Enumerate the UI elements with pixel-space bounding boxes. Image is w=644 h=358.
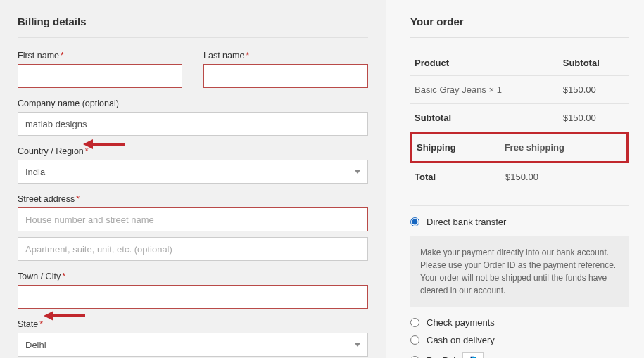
table-row: Subtotal $150.00 bbox=[410, 104, 629, 132]
order-table: Product Subtotal Basic Gray Jeans × 1 $1… bbox=[410, 51, 629, 132]
required-marker: * bbox=[246, 51, 249, 60]
state-select[interactable]: Delhi bbox=[18, 333, 368, 357]
last-name-label: Last name* bbox=[203, 51, 368, 60]
shipping-value: Free shipping bbox=[500, 134, 626, 161]
required-marker: * bbox=[85, 146, 89, 156]
payment-radio-cod[interactable] bbox=[410, 335, 419, 345]
product-header: Product bbox=[410, 51, 559, 76]
country-value: India bbox=[25, 167, 45, 177]
paypal-logo-icon bbox=[462, 352, 484, 358]
first-name-label: First name* bbox=[18, 51, 182, 60]
state-label: State* bbox=[18, 319, 368, 329]
state-value: Delhi bbox=[25, 340, 46, 350]
street-label: Street address* bbox=[18, 194, 368, 204]
subtotal-header: Subtotal bbox=[559, 51, 629, 76]
first-name-input[interactable] bbox=[18, 64, 182, 88]
payment-bank-description: Make your payment directly into our bank… bbox=[410, 236, 629, 307]
required-marker: * bbox=[76, 194, 80, 204]
payment-methods: Direct bank transfer Make your payment d… bbox=[410, 205, 629, 358]
payment-label-check: Check payments bbox=[427, 317, 495, 328]
payment-label-cod: Cash on delivery bbox=[427, 335, 495, 345]
line-item-name: Basic Gray Jeans × 1 bbox=[410, 76, 559, 104]
table-row: Total $150.00 bbox=[410, 163, 629, 191]
town-input[interactable] bbox=[18, 285, 368, 309]
required-marker: * bbox=[61, 51, 64, 60]
last-name-input[interactable] bbox=[203, 64, 368, 88]
required-marker: * bbox=[39, 319, 43, 329]
payment-radio-check[interactable] bbox=[410, 318, 419, 327]
billing-heading: Billing details bbox=[18, 15, 368, 38]
shipping-label: Shipping bbox=[412, 134, 500, 161]
street1-input[interactable] bbox=[18, 207, 368, 231]
subtotal-label: Subtotal bbox=[410, 104, 559, 132]
company-label: Company name (optional) bbox=[18, 98, 368, 108]
chevron-down-icon bbox=[355, 170, 360, 174]
chevron-down-icon bbox=[355, 343, 360, 347]
payment-label-paypal: PayPal bbox=[427, 355, 455, 359]
payment-radio-bank[interactable] bbox=[410, 217, 419, 226]
payment-label-bank: Direct bank transfer bbox=[427, 217, 506, 227]
table-row: Basic Gray Jeans × 1 $150.00 bbox=[410, 76, 629, 104]
street2-input[interactable] bbox=[18, 237, 368, 261]
company-input[interactable] bbox=[18, 112, 368, 136]
payment-radio-paypal[interactable] bbox=[410, 356, 419, 359]
subtotal-value: $150.00 bbox=[559, 104, 629, 132]
total-label: Total bbox=[410, 163, 501, 191]
town-label: Town / City* bbox=[18, 271, 368, 281]
shipping-highlight-box: Shipping Free shipping bbox=[410, 132, 629, 163]
required-marker: * bbox=[62, 271, 65, 281]
table-row: Shipping Free shipping bbox=[412, 134, 626, 161]
country-select[interactable]: India bbox=[18, 160, 368, 184]
total-value: $150.00 bbox=[501, 163, 629, 191]
line-item-total: $150.00 bbox=[559, 76, 629, 104]
country-label: Country / Region* bbox=[18, 146, 368, 156]
order-heading: Your order bbox=[410, 15, 629, 38]
